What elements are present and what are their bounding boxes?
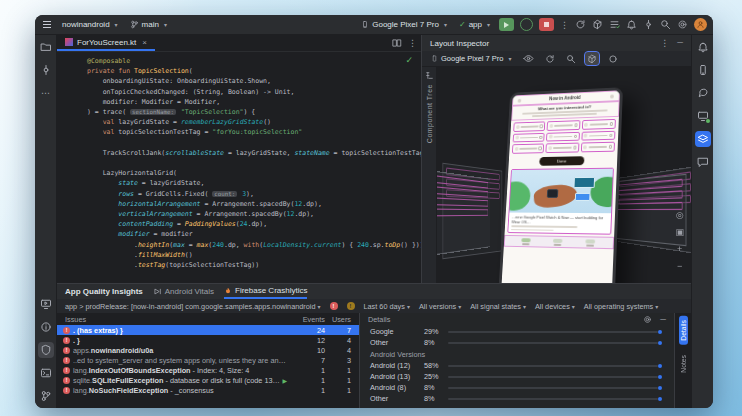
build-icon[interactable] (592, 19, 603, 30)
branch-selector[interactable]: main (127, 19, 170, 30)
hamburger-menu-icon[interactable] (41, 19, 53, 30)
tab-foryouscreen[interactable]: ForYouScreen.kt × (57, 35, 155, 51)
more-tools-icon[interactable]: ⋯ (38, 85, 54, 101)
notifications-bell-icon[interactable] (626, 19, 637, 30)
details-settings-gear-icon[interactable] (643, 315, 652, 324)
panel-options-icon[interactable]: ⋮ (660, 38, 669, 48)
user-avatar[interactable] (694, 18, 707, 31)
zoom-out-icon[interactable]: − (677, 261, 682, 271)
distribution-name: Other (370, 394, 424, 403)
hide-panel-icon[interactable]: ─ (677, 38, 683, 48)
notifications-tool-icon[interactable] (695, 39, 711, 55)
filter-dropdown[interactable]: Last 60 days (364, 302, 410, 311)
code-editor[interactable]: ✓ @Composableprivate fun TopicSelection(… (57, 52, 421, 283)
distribution-bar (448, 376, 658, 378)
problems-tool-icon[interactable] (38, 319, 54, 335)
zoom-in-icon[interactable]: + (677, 244, 682, 254)
device-selector[interactable]: Google Pixel 7 Pro (358, 19, 450, 30)
run-config-selector[interactable]: ✓ app (456, 19, 493, 30)
app-variant-selector[interactable]: app > prodRelease: [now-in-android] com.… (65, 302, 321, 311)
refresh-icon[interactable] (543, 52, 557, 65)
layout-inspector-tool-icon[interactable] (695, 131, 711, 147)
device-phone-icon (697, 64, 709, 76)
code-line: ) = trace( sectionName: "TopicSelection"… (87, 107, 421, 117)
running-devices-tool-icon[interactable] (695, 108, 711, 124)
gradle-tool-icon[interactable] (695, 85, 711, 101)
zoom-to-fit-icon[interactable] (564, 52, 578, 65)
view-options-eye-icon[interactable] (522, 52, 536, 65)
tab-firebase-crashlytics[interactable]: Firebase Crashlytics (224, 284, 307, 299)
commit-icon[interactable] (643, 19, 654, 30)
close-tab-icon[interactable]: × (142, 38, 147, 47)
filter-dropdown[interactable]: All signal states (470, 302, 526, 311)
issue-row[interactable]: ! . (has extras) } ▶ 24 7 (57, 325, 359, 335)
device-phone-icon (361, 20, 369, 29)
inspector-viewport[interactable]: Now in Android What are you interested i… (437, 67, 691, 283)
fatal-filter-icon[interactable]: ! (330, 302, 338, 310)
process-selector[interactable]: Google Pixel 7 Pro (428, 53, 515, 64)
tab-android-vitals[interactable]: Android Vitals (153, 284, 214, 299)
code-line: horizontalArrangement = Arrangement.spac… (87, 199, 421, 209)
fit-screen-icon[interactable]: ▣ (675, 227, 684, 237)
settings-gear-icon[interactable] (677, 19, 688, 30)
android-versions-label: Android Versions (370, 349, 666, 360)
code-area: @Composableprivate fun TopicSelection( o… (87, 56, 421, 270)
code-line: modifier: Modifier = Modifier, (87, 97, 421, 107)
project-tool-icon[interactable] (38, 39, 54, 55)
commit-tool-icon[interactable] (38, 62, 54, 78)
issue-users-count: 1 (325, 376, 359, 385)
issue-row[interactable]: ! . } ▶ 12 4 (57, 335, 359, 345)
run-button[interactable] (499, 18, 514, 31)
code-line: contentPadding = PaddingValues(24.dp), (87, 219, 421, 229)
filter-dropdown[interactable]: All versions (419, 302, 461, 311)
filter-dropdown[interactable]: All devices (535, 302, 575, 311)
distribution-name: Android (12) (370, 361, 424, 370)
sync-project-icon[interactable] (575, 19, 586, 30)
project-selector[interactable]: nowinandroid (59, 19, 121, 30)
reset-view-icon[interactable]: ◎ (676, 210, 684, 220)
issue-events-count: 1 (289, 366, 325, 375)
filter-dropdown[interactable]: All operating systems (584, 302, 658, 311)
issue-row[interactable]: ! ..ed to system_server and system apps … (57, 355, 359, 365)
nonfatal-filter-icon[interactable]: ! (347, 302, 355, 310)
code-line: .heightIn(max = max(240.dp, with(LocalDe… (87, 240, 421, 250)
distribution-bar-row: Android (12) 58% (370, 360, 666, 371)
device-manager-tool-icon[interactable] (695, 62, 711, 78)
running-devices-tool-icon[interactable] (38, 296, 54, 312)
app-quality-insights-tool-icon[interactable] (38, 342, 54, 358)
live-updates-icon[interactable] (606, 52, 620, 65)
side-tab-details[interactable]: Details (679, 316, 688, 345)
phone-nav-item (585, 239, 595, 246)
code-line: onTopicCheckedChanged: (String, Boolean)… (87, 87, 421, 97)
split-editor-icon[interactable] (392, 38, 402, 48)
issue-row[interactable]: ! lang.IndexOutOfBoundsException - Index… (57, 365, 359, 375)
code-line (87, 138, 421, 148)
collapse-details-icon[interactable]: ─ (660, 315, 666, 324)
more-run-options-icon[interactable]: ⋮ (560, 20, 569, 30)
code-line: @Composable (87, 56, 421, 66)
assistant-tool-icon[interactable] (695, 154, 711, 170)
device-screen-render[interactable]: Now in Android What are you interested i… (498, 87, 623, 283)
tree-icon (425, 71, 434, 80)
search-icon[interactable] (660, 19, 671, 30)
terminal-tool-icon[interactable] (38, 365, 54, 381)
aqi-panel-title: App Quality Insights (65, 287, 143, 296)
stop-button[interactable] (539, 18, 554, 31)
wireframe-layer (437, 170, 490, 255)
inspections-ok-icon[interactable]: ✓ (405, 55, 413, 65)
todo-list-icon[interactable] (609, 19, 620, 30)
code-line: val topicSelectionTestTag = "forYou:topi… (87, 127, 421, 137)
distribution-name: Other (370, 338, 424, 347)
component-tree-strip[interactable]: Component Tree (422, 67, 437, 283)
bell-icon (697, 41, 709, 53)
profiler-button[interactable] (520, 18, 533, 31)
version-control-tool-icon[interactable] (38, 388, 54, 404)
editor-options-icon[interactable]: ⋮ (408, 38, 417, 48)
issue-row[interactable]: ! sqlite.SQLiteFullException - database … (57, 375, 359, 385)
device-name: Google Pixel 7 Pro (372, 20, 439, 29)
aqi-tab-bar: App Quality Insights Android Vitals Fire… (57, 284, 691, 299)
side-tab-notes[interactable]: Notes (679, 351, 688, 377)
issue-row[interactable]: ! lang.NoSuchFieldException - _consensus… (57, 385, 359, 395)
issue-row[interactable]: ! apps.nowinandroid/u0a ▶ 10 4 (57, 345, 359, 355)
3d-mode-icon[interactable] (585, 52, 599, 65)
